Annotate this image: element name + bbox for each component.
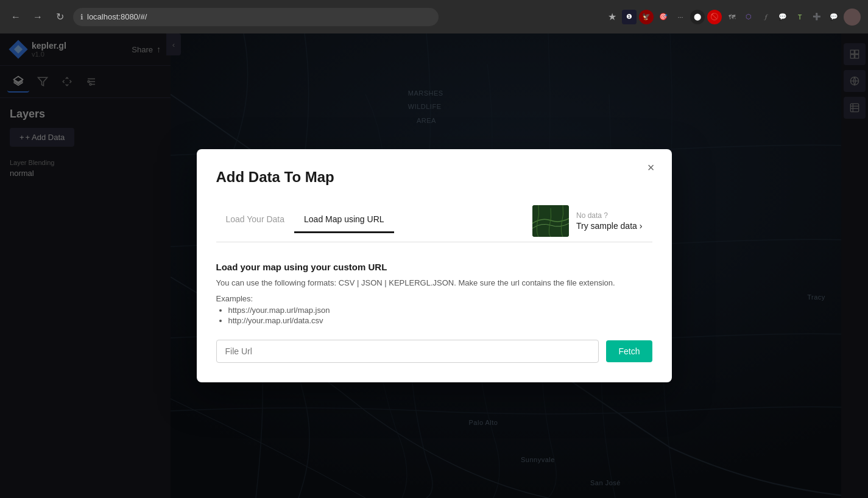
ext-11[interactable]: T (792, 10, 807, 24)
sample-thumbnail (532, 205, 569, 237)
ext-2[interactable]: 🦅 (639, 10, 654, 24)
no-data-text: No data ? (576, 211, 643, 220)
example-item-1: http://your.map.url/data.csv (228, 316, 652, 325)
ext-6[interactable]: 🚫 (707, 10, 722, 24)
extensions-area: ★ ❶ 🦅 🎯 ··· ⬤ 🚫 🗺 ⬡ 𝑓 💬 T ➕ 💬 (605, 9, 861, 26)
example-item-0: https://your.map.url/map.json (228, 306, 652, 315)
refresh-button[interactable]: ↻ (51, 9, 68, 26)
modal-overlay: × Add Data To Map Load Your Data Load Ma… (0, 33, 868, 498)
modal-tabs: Load Your Data Load Map using URL (216, 200, 652, 242)
ext-9[interactable]: 𝑓 (758, 10, 773, 24)
ext-4[interactable]: ··· (673, 10, 688, 24)
tab-load-data[interactable]: Load Your Data (216, 209, 295, 233)
sample-data-area: No data ? Try sample data › (523, 200, 652, 242)
instruction-text: You can use the following formats: CSV |… (216, 277, 652, 289)
modal-title: Add Data To Map (216, 169, 652, 186)
instruction-title: Load your map using your custom URL (216, 262, 652, 272)
modal-close-button[interactable]: × (643, 159, 660, 176)
tabs-container: Load Your Data Load Map using URL (216, 209, 394, 233)
fetch-button[interactable]: Fetch (606, 340, 652, 362)
back-button[interactable]: ← (7, 9, 24, 26)
ext-10[interactable]: 💬 (775, 10, 790, 24)
sample-text: No data ? Try sample data › (576, 211, 643, 231)
file-url-input[interactable] (216, 340, 599, 363)
ext-8[interactable]: ⬡ (741, 10, 756, 24)
browser-chrome: ← → ↻ ℹ localhost:8080/#/ ★ ❶ 🦅 🎯 ··· ⬤ … (0, 0, 868, 33)
ext-7[interactable]: 🗺 (724, 10, 739, 24)
user-avatar[interactable] (844, 9, 861, 26)
ext-3[interactable]: 🎯 (656, 10, 671, 24)
add-data-modal: × Add Data To Map Load Your Data Load Ma… (197, 149, 672, 382)
file-url-area: Fetch (216, 340, 652, 363)
sample-thumb-image (532, 205, 569, 237)
examples-list: https://your.map.url/map.json http://you… (216, 306, 652, 325)
examples-label: Examples: (216, 294, 652, 303)
ext-1[interactable]: ❶ (622, 10, 637, 24)
modal-body: Load your map using your custom URL You … (216, 262, 652, 363)
tab-load-url[interactable]: Load Map using URL (294, 209, 394, 233)
chevron-right-icon: › (640, 221, 643, 231)
url-text: localhost:8080/#/ (87, 12, 147, 21)
ext-13[interactable]: 💬 (827, 10, 841, 24)
try-sample-button[interactable]: Try sample data › (576, 221, 643, 231)
ext-star[interactable]: ★ (605, 10, 619, 24)
forward-button[interactable]: → (29, 9, 46, 26)
ext-12[interactable]: ➕ (810, 10, 824, 24)
address-bar[interactable]: ℹ localhost:8080/#/ (73, 8, 439, 26)
ext-5[interactable]: ⬤ (690, 10, 705, 24)
